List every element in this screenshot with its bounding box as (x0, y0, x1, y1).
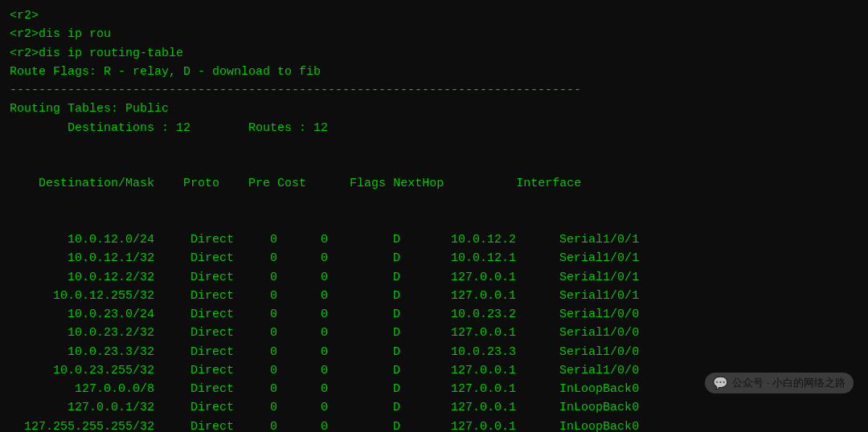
table-row: 10.0.23.2/32 Direct 0 0 D 127.0.0.1 Seri… (10, 324, 858, 342)
watermark-text: 公众号 · 小白的网络之路 (732, 376, 845, 390)
table-row: 10.0.12.2/32 Direct 0 0 D 127.0.0.1 Seri… (10, 268, 858, 287)
line-separator: ----------------------------------------… (10, 81, 858, 100)
table-row: 10.0.12.0/24 Direct 0 0 D 10.0.12.2 Seri… (10, 230, 858, 249)
routing-table-body: 10.0.12.0/24 Direct 0 0 D 10.0.12.2 Seri… (10, 230, 858, 432)
line-routing-tables: Routing Tables: Public (10, 100, 858, 118)
line-blank2 (10, 212, 858, 230)
table-row: 127.255.255.255/32 Direct 0 0 D 127.0.0.… (10, 418, 858, 433)
col-header-dest: Destination/Mask (39, 177, 154, 190)
line-cmd1: <r2>dis ip rou (10, 25, 858, 43)
col-header-pre: Pre (234, 177, 277, 190)
line-prompt1: <r2> (10, 6, 858, 25)
watermark: 💬 公众号 · 小白的网络之路 (705, 373, 854, 393)
col-header-proto: Proto (154, 177, 234, 190)
table-row: 10.0.12.1/32 Direct 0 0 D 10.0.12.1 Seri… (10, 249, 858, 267)
line-blank1 (10, 137, 858, 156)
terminal-window: <r2> <r2>dis ip rou <r2>dis ip routing-t… (0, 0, 868, 432)
table-row: 10.0.12.255/32 Direct 0 0 D 127.0.0.1 Se… (10, 287, 858, 305)
col-header-iface: Interface (494, 177, 581, 190)
line-cmd2: <r2>dis ip routing-table (10, 44, 858, 63)
col-header-cost: Cost (277, 177, 321, 190)
watermark-icon: 💬 (713, 376, 728, 390)
line-route-flags: Route Flags: R - relay, D - download to … (10, 63, 858, 81)
table-header-row: Destination/Mask Proto Pre Cost Flags Ne… (10, 156, 858, 212)
table-row: 10.0.23.0/24 Direct 0 0 D 10.0.23.2 Seri… (10, 305, 858, 324)
table-row: 127.0.0.1/32 Direct 0 0 D 127.0.0.1 InLo… (10, 398, 858, 417)
line-destinations: Destinations : 12 Routes : 12 (10, 119, 858, 137)
table-row: 10.0.23.3/32 Direct 0 0 D 10.0.23.3 Seri… (10, 343, 858, 361)
col-header-flags: Flags (321, 177, 393, 190)
col-header-nexthop: NextHop (393, 177, 494, 190)
